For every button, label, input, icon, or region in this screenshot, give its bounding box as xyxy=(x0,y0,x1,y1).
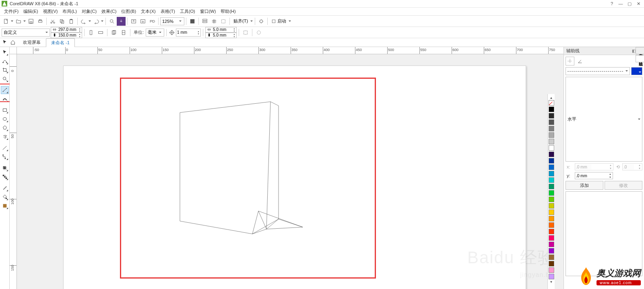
snap-button[interactable]: 贴齐(T) xyxy=(231,17,250,26)
export-doc-button[interactable] xyxy=(138,17,147,26)
page-preset-combo[interactable]: 自定义 xyxy=(2,29,50,37)
swatch-#003399[interactable] xyxy=(549,158,554,164)
swatch-#00cc33[interactable] xyxy=(549,190,554,196)
dup-x-input[interactable] xyxy=(212,27,232,32)
zoom-combo[interactable]: 125% xyxy=(160,17,184,25)
guidelines-list[interactable] xyxy=(566,191,642,276)
swatch-#555555[interactable] xyxy=(549,119,554,125)
nudge-spin[interactable]: ▲▼ xyxy=(176,29,201,37)
angle-spin[interactable]: ▲▼ xyxy=(622,163,642,170)
guideline-direction-combo[interactable]: 水平 xyxy=(566,77,642,162)
smart-fill-tool[interactable] xyxy=(1,202,9,210)
redo-button[interactable] xyxy=(92,17,101,26)
redo-dropdown[interactable] xyxy=(101,19,104,23)
dup-y-input[interactable] xyxy=(212,33,232,38)
current-page-button[interactable] xyxy=(119,28,128,37)
crop-tool[interactable] xyxy=(1,66,9,74)
transparency-tool[interactable] xyxy=(1,173,9,181)
pick-tool[interactable] xyxy=(1,48,9,56)
minimize-button[interactable]: — xyxy=(617,1,625,6)
x-spin[interactable]: ▲▼ xyxy=(575,163,613,170)
ruler-horizontal[interactable]: -500501001502002503003504004505005506006… xyxy=(17,47,564,54)
add-guideline-button[interactable]: 添加 xyxy=(566,181,603,190)
snap-dropdown[interactable] xyxy=(250,19,253,23)
export-image-button[interactable] xyxy=(129,17,138,26)
menu-f[interactable]: 文件(F) xyxy=(2,8,21,15)
guideline-style-combo[interactable] xyxy=(566,67,630,75)
swatch-#ff3300[interactable] xyxy=(549,229,554,234)
guideline-angle-icon[interactable] xyxy=(576,57,584,66)
menu-b[interactable]: 位图(B) xyxy=(119,8,138,15)
open-dropdown[interactable] xyxy=(23,19,26,23)
treat-as-filled-button[interactable] xyxy=(241,28,250,37)
swatch-#009966[interactable] xyxy=(549,184,554,189)
swatch-#ffcc00[interactable] xyxy=(549,209,554,215)
rectangle-tool[interactable] xyxy=(1,106,9,114)
pick-cursor-icon[interactable] xyxy=(2,39,8,45)
lock-icon[interactable]: 🔒 xyxy=(625,279,632,286)
swatch-#2a0a4a[interactable] xyxy=(549,152,554,157)
text-tool[interactable]: 字 xyxy=(1,133,9,141)
duplicate-y-spin[interactable]: ⬍▲▼ xyxy=(205,33,237,38)
connector-tool[interactable] xyxy=(1,153,9,161)
swatch-#000000[interactable] xyxy=(549,107,554,112)
drop-shadow-tool[interactable] xyxy=(1,164,9,172)
page-height-input[interactable] xyxy=(58,33,78,38)
relative-button[interactable] xyxy=(254,28,263,37)
artistic-media-tool[interactable] xyxy=(1,95,9,103)
page-height-spin[interactable]: ⬍▲▼ xyxy=(51,33,82,38)
landscape-button[interactable] xyxy=(96,28,105,37)
swatch-#663300[interactable] xyxy=(549,261,554,266)
swatch-#aaaaaa[interactable] xyxy=(549,132,554,138)
undo-button[interactable] xyxy=(79,17,88,26)
menu-l[interactable]: 布局(L) xyxy=(60,8,79,15)
publish-pdf-button[interactable]: PDF xyxy=(148,17,157,26)
show-guidelines-button[interactable] xyxy=(219,17,228,26)
menu-t[interactable]: 表格(T) xyxy=(158,8,178,15)
swatch-#0066cc[interactable] xyxy=(549,164,554,170)
swatch-#cc0099[interactable] xyxy=(549,242,554,247)
guideline-preset-icon[interactable] xyxy=(566,57,574,66)
ruler-origin[interactable] xyxy=(10,47,17,54)
tab-document[interactable]: 未命名 -1 xyxy=(46,38,75,47)
home-icon[interactable] xyxy=(10,39,16,45)
new-button[interactable] xyxy=(2,17,10,26)
portrait-button[interactable] xyxy=(87,28,95,37)
docker-tab-guidelines[interactable]: 辅助线 xyxy=(636,55,644,62)
launch-dropdown[interactable] xyxy=(288,19,291,23)
menu-c[interactable]: 效果(C) xyxy=(99,8,119,15)
menu-c[interactable]: 对象(C) xyxy=(79,8,99,15)
swatch-#ff9900[interactable] xyxy=(549,216,554,221)
swatch-#00cccc[interactable] xyxy=(549,177,554,183)
open-button[interactable] xyxy=(14,17,23,26)
units-combo[interactable]: 毫米 xyxy=(146,29,164,37)
swatch-#cc99ff[interactable] xyxy=(549,274,554,279)
page-width-input[interactable] xyxy=(58,27,78,32)
all-pages-button[interactable] xyxy=(109,28,118,37)
drawing-canvas[interactable]: Baidu 经验 jingyan.bai xyxy=(17,54,564,289)
fullscreen-button[interactable] xyxy=(188,17,197,26)
ellipse-tool[interactable] xyxy=(1,115,9,123)
swatch-#ffffff[interactable] xyxy=(549,145,554,151)
tab-welcome[interactable]: 欢迎屏幕 xyxy=(18,38,46,47)
y-spin[interactable]: ▲▼ xyxy=(575,172,613,179)
swatch-#996633[interactable] xyxy=(549,254,554,260)
show-rulers-button[interactable] xyxy=(200,17,209,26)
swatch-#cccc00[interactable] xyxy=(549,203,554,209)
launch-button[interactable]: 启动 xyxy=(269,17,288,26)
shape-tool[interactable] xyxy=(1,57,9,65)
swatch-#808080[interactable] xyxy=(549,126,554,131)
help-icon[interactable]: ? xyxy=(608,1,616,6)
freehand-tool[interactable] xyxy=(1,86,9,94)
show-grid-button[interactable] xyxy=(210,17,219,26)
docker-tab-align[interactable]: 对齐与分布 xyxy=(636,47,644,54)
swatch-#ff6600[interactable] xyxy=(549,222,554,228)
cut-button[interactable] xyxy=(48,17,57,26)
menu-o[interactable]: 工具(O) xyxy=(178,8,198,15)
undo-dropdown[interactable] xyxy=(88,19,91,23)
nudge-input[interactable] xyxy=(176,30,196,35)
interactive-fill-tool[interactable] xyxy=(1,193,9,201)
menu-w[interactable]: 窗口(W) xyxy=(198,8,219,15)
save-button[interactable] xyxy=(27,17,35,26)
swatch-#ff99cc[interactable] xyxy=(549,267,554,273)
